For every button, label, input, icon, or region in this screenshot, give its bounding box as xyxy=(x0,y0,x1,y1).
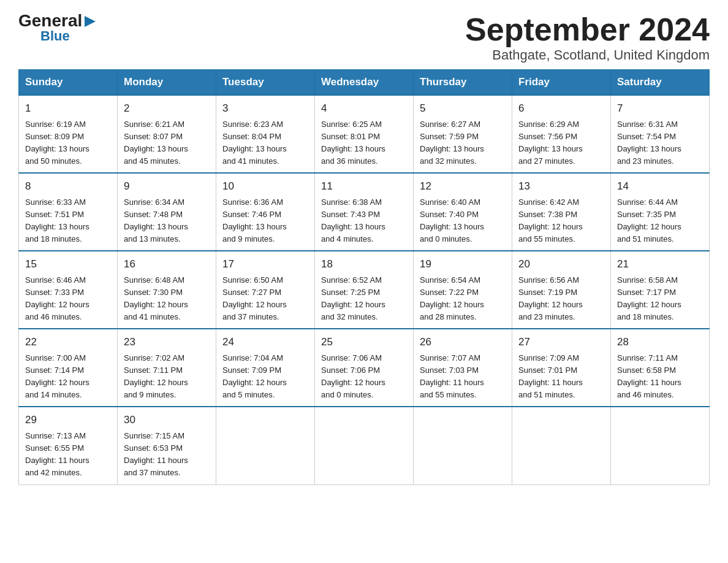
day-info: Sunrise: 7:02 AMSunset: 7:11 PMDaylight:… xyxy=(124,352,210,402)
header-saturday: Saturday xyxy=(611,70,710,96)
day-info: Sunrise: 6:34 AMSunset: 7:48 PMDaylight:… xyxy=(124,196,210,246)
day-number: 26 xyxy=(420,334,506,350)
day-number: 29 xyxy=(25,412,111,428)
day-info: Sunrise: 6:33 AMSunset: 7:51 PMDaylight:… xyxy=(25,196,111,246)
day-number: 2 xyxy=(124,101,210,117)
table-row: 10Sunrise: 6:36 AMSunset: 7:46 PMDayligh… xyxy=(216,173,315,251)
day-info: Sunrise: 7:11 AMSunset: 6:58 PMDaylight:… xyxy=(617,352,703,402)
calendar-table: Sunday Monday Tuesday Wednesday Thursday… xyxy=(18,69,710,484)
day-number: 11 xyxy=(321,178,407,194)
table-row xyxy=(414,407,512,484)
day-number: 20 xyxy=(518,256,604,272)
table-row: 19Sunrise: 6:54 AMSunset: 7:22 PMDayligh… xyxy=(414,251,512,329)
table-row: 20Sunrise: 6:56 AMSunset: 7:19 PMDayligh… xyxy=(512,251,611,329)
day-info: Sunrise: 7:15 AMSunset: 6:53 PMDaylight:… xyxy=(124,430,210,480)
table-row: 8Sunrise: 6:33 AMSunset: 7:51 PMDaylight… xyxy=(19,173,118,251)
table-row: 21Sunrise: 6:58 AMSunset: 7:17 PMDayligh… xyxy=(611,251,710,329)
day-number: 15 xyxy=(25,256,111,272)
header-sunday: Sunday xyxy=(19,70,118,96)
day-number: 12 xyxy=(420,178,506,194)
day-info: Sunrise: 6:48 AMSunset: 7:30 PMDaylight:… xyxy=(124,274,210,324)
table-row: 15Sunrise: 6:46 AMSunset: 7:33 PMDayligh… xyxy=(19,251,118,329)
header-tuesday: Tuesday xyxy=(216,70,315,96)
day-number: 8 xyxy=(25,178,111,194)
table-row: 30Sunrise: 7:15 AMSunset: 6:53 PMDayligh… xyxy=(118,407,216,484)
day-info: Sunrise: 6:40 AMSunset: 7:40 PMDaylight:… xyxy=(420,196,506,246)
day-info: Sunrise: 7:00 AMSunset: 7:14 PMDaylight:… xyxy=(25,352,111,402)
day-number: 3 xyxy=(222,101,308,117)
day-info: Sunrise: 6:36 AMSunset: 7:46 PMDaylight:… xyxy=(222,196,308,246)
day-info: Sunrise: 6:56 AMSunset: 7:19 PMDaylight:… xyxy=(518,274,604,324)
day-info: Sunrise: 7:07 AMSunset: 7:03 PMDaylight:… xyxy=(420,352,506,402)
day-info: Sunrise: 7:04 AMSunset: 7:09 PMDaylight:… xyxy=(222,352,308,402)
day-info: Sunrise: 6:29 AMSunset: 7:56 PMDaylight:… xyxy=(518,118,604,168)
day-number: 21 xyxy=(617,256,703,272)
table-row: 22Sunrise: 7:00 AMSunset: 7:14 PMDayligh… xyxy=(19,329,118,407)
day-info: Sunrise: 7:06 AMSunset: 7:06 PMDaylight:… xyxy=(321,352,407,402)
day-number: 22 xyxy=(25,334,111,350)
day-number: 25 xyxy=(321,334,407,350)
day-number: 13 xyxy=(518,178,604,194)
table-row xyxy=(315,407,414,484)
table-row: 1Sunrise: 6:19 AMSunset: 8:09 PMDaylight… xyxy=(19,95,118,173)
table-row: 23Sunrise: 7:02 AMSunset: 7:11 PMDayligh… xyxy=(118,329,216,407)
calendar-week-row: 22Sunrise: 7:00 AMSunset: 7:14 PMDayligh… xyxy=(19,329,710,407)
day-info: Sunrise: 6:25 AMSunset: 8:01 PMDaylight:… xyxy=(321,118,407,168)
table-row xyxy=(512,407,611,484)
calendar-week-row: 29Sunrise: 7:13 AMSunset: 6:55 PMDayligh… xyxy=(19,407,710,484)
day-number: 23 xyxy=(124,334,210,350)
day-number: 18 xyxy=(321,256,407,272)
day-number: 9 xyxy=(124,178,210,194)
day-info: Sunrise: 6:38 AMSunset: 7:43 PMDaylight:… xyxy=(321,196,407,246)
day-info: Sunrise: 6:27 AMSunset: 7:59 PMDaylight:… xyxy=(420,118,506,168)
table-row: 25Sunrise: 7:06 AMSunset: 7:06 PMDayligh… xyxy=(315,329,414,407)
day-info: Sunrise: 6:54 AMSunset: 7:22 PMDaylight:… xyxy=(420,274,506,324)
table-row: 12Sunrise: 6:40 AMSunset: 7:40 PMDayligh… xyxy=(414,173,512,251)
day-info: Sunrise: 6:31 AMSunset: 7:54 PMDaylight:… xyxy=(617,118,703,168)
table-row: 5Sunrise: 6:27 AMSunset: 7:59 PMDaylight… xyxy=(414,95,512,173)
calendar-title: September 2024 xyxy=(465,12,710,47)
title-block: September 2024 Bathgate, Scotland, Unite… xyxy=(465,12,710,63)
day-number: 24 xyxy=(222,334,308,350)
table-row xyxy=(216,407,315,484)
day-number: 16 xyxy=(124,256,210,272)
calendar-week-row: 1Sunrise: 6:19 AMSunset: 8:09 PMDaylight… xyxy=(19,95,710,173)
table-row: 9Sunrise: 6:34 AMSunset: 7:48 PMDaylight… xyxy=(118,173,216,251)
table-row xyxy=(611,407,710,484)
day-info: Sunrise: 6:19 AMSunset: 8:09 PMDaylight:… xyxy=(25,118,111,168)
day-number: 1 xyxy=(25,101,111,117)
table-row: 26Sunrise: 7:07 AMSunset: 7:03 PMDayligh… xyxy=(414,329,512,407)
table-row: 7Sunrise: 6:31 AMSunset: 7:54 PMDaylight… xyxy=(611,95,710,173)
calendar-week-row: 8Sunrise: 6:33 AMSunset: 7:51 PMDaylight… xyxy=(19,173,710,251)
day-info: Sunrise: 6:58 AMSunset: 7:17 PMDaylight:… xyxy=(617,274,703,324)
table-row: 4Sunrise: 6:25 AMSunset: 8:01 PMDaylight… xyxy=(315,95,414,173)
calendar-subtitle: Bathgate, Scotland, United Kingdom xyxy=(465,47,710,63)
day-number: 4 xyxy=(321,101,407,117)
logo-general-text: General xyxy=(18,12,82,29)
calendar-week-row: 15Sunrise: 6:46 AMSunset: 7:33 PMDayligh… xyxy=(19,251,710,329)
table-row: 2Sunrise: 6:21 AMSunset: 8:07 PMDaylight… xyxy=(118,95,216,173)
header-friday: Friday xyxy=(512,70,611,96)
day-info: Sunrise: 6:44 AMSunset: 7:35 PMDaylight:… xyxy=(617,196,703,246)
table-row: 3Sunrise: 6:23 AMSunset: 8:04 PMDaylight… xyxy=(216,95,315,173)
day-number: 14 xyxy=(617,178,703,194)
header-monday: Monday xyxy=(118,70,216,96)
table-row: 18Sunrise: 6:52 AMSunset: 7:25 PMDayligh… xyxy=(315,251,414,329)
day-number: 27 xyxy=(518,334,604,350)
day-number: 28 xyxy=(617,334,703,350)
table-row: 29Sunrise: 7:13 AMSunset: 6:55 PMDayligh… xyxy=(19,407,118,484)
day-info: Sunrise: 6:23 AMSunset: 8:04 PMDaylight:… xyxy=(222,118,308,168)
day-info: Sunrise: 7:09 AMSunset: 7:01 PMDaylight:… xyxy=(518,352,604,402)
day-info: Sunrise: 6:50 AMSunset: 7:27 PMDaylight:… xyxy=(222,274,308,324)
header-thursday: Thursday xyxy=(414,70,512,96)
table-row: 17Sunrise: 6:50 AMSunset: 7:27 PMDayligh… xyxy=(216,251,315,329)
day-number: 5 xyxy=(420,101,506,117)
day-number: 30 xyxy=(124,412,210,428)
table-row: 16Sunrise: 6:48 AMSunset: 7:30 PMDayligh… xyxy=(118,251,216,329)
table-row: 14Sunrise: 6:44 AMSunset: 7:35 PMDayligh… xyxy=(611,173,710,251)
table-row: 13Sunrise: 6:42 AMSunset: 7:38 PMDayligh… xyxy=(512,173,611,251)
day-number: 19 xyxy=(420,256,506,272)
table-row: 11Sunrise: 6:38 AMSunset: 7:43 PMDayligh… xyxy=(315,173,414,251)
svg-marker-0 xyxy=(85,16,96,27)
logo-blue-text: Blue xyxy=(40,29,70,43)
